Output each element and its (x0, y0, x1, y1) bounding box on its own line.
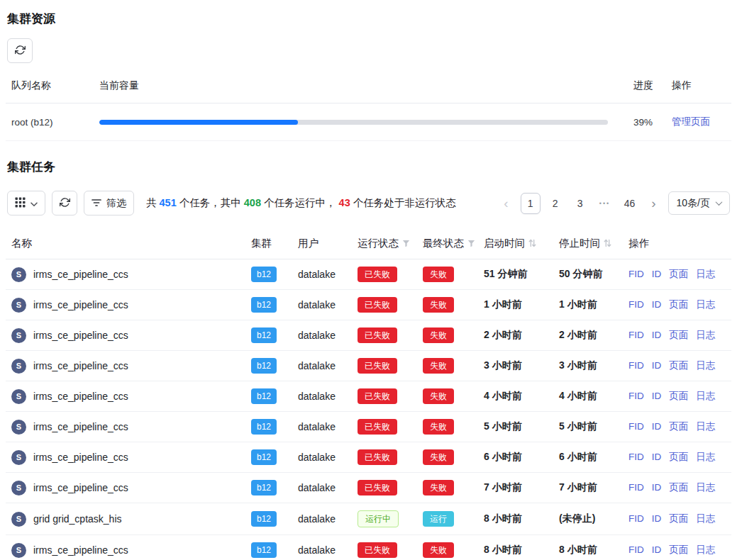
filter-button[interactable]: 筛选 (84, 191, 134, 215)
col-user: 用户 (292, 228, 352, 259)
action-link-log[interactable]: 日志 (696, 421, 715, 432)
action-link-id[interactable]: ID (652, 452, 662, 462)
action-link-page[interactable]: 页面 (669, 513, 688, 524)
sort-icon[interactable] (528, 238, 536, 250)
task-name: grid grid_cptask_his (33, 513, 122, 525)
action-link-fid[interactable]: FID (628, 452, 644, 462)
action-link-id[interactable]: ID (652, 269, 662, 279)
task-name: irms_ce_pipeline_ccs (33, 452, 128, 463)
run-status-badge: 已失败 (358, 297, 397, 313)
action-link-log[interactable]: 日志 (696, 391, 715, 401)
manage-page-link[interactable]: 管理页面 (672, 116, 710, 127)
action-link-page[interactable]: 页面 (669, 452, 688, 462)
action-link-id[interactable]: ID (652, 330, 662, 340)
run-status-badge: 已失败 (358, 449, 397, 465)
sort-icon[interactable] (604, 238, 611, 250)
action-link-log[interactable]: 日志 (696, 513, 715, 524)
action-link-fid[interactable]: FID (628, 421, 644, 432)
refresh-tasks-button[interactable] (52, 191, 77, 215)
cluster-badge: b12 (251, 511, 277, 527)
action-link-page[interactable]: 页面 (669, 391, 688, 401)
run-status-badge: 已失败 (358, 388, 397, 404)
col-cluster: 集群 (245, 228, 292, 259)
action-link-log[interactable]: 日志 (696, 269, 715, 279)
action-link-fid[interactable]: FID (628, 482, 644, 493)
action-link-page[interactable]: 页面 (669, 544, 688, 555)
run-status-badge: 运行中 (358, 510, 399, 527)
row-actions: FIDID页面日志 (623, 473, 731, 503)
stop-time: 3 小时前 (553, 351, 623, 381)
action-link-page[interactable]: 页面 (669, 330, 688, 340)
cluster-tasks-title: 集群任务 (7, 159, 731, 175)
refresh-icon (15, 45, 26, 57)
action-link-page[interactable]: 页面 (669, 482, 688, 493)
cluster-badge: b12 (251, 297, 277, 313)
action-link-page[interactable]: 页面 (669, 269, 688, 279)
cluster-badge: b12 (251, 388, 277, 404)
action-link-log[interactable]: 日志 (696, 299, 715, 310)
action-link-id[interactable]: ID (652, 544, 662, 555)
action-link-fid[interactable]: FID (628, 391, 644, 401)
action-link-log[interactable]: 日志 (696, 452, 715, 462)
final-status-badge: 失败 (423, 449, 454, 465)
action-link-log[interactable]: 日志 (696, 544, 715, 555)
row-actions: FIDID页面日志 (623, 290, 731, 320)
page-button-2[interactable]: 2 (545, 193, 565, 214)
user-cell: datalake (292, 412, 352, 442)
action-link-id[interactable]: ID (652, 421, 662, 432)
action-link-id[interactable]: ID (652, 360, 662, 371)
final-status-badge: 运行 (423, 511, 454, 527)
spark-avatar: S (11, 450, 26, 465)
page-ellipsis: ••• (595, 193, 615, 214)
resource-row: root (b12) 39% 管理页面 (6, 103, 731, 141)
running-count: 408 (244, 197, 261, 208)
failed-count: 43 (339, 197, 350, 208)
col-actions: 操作 (623, 228, 731, 259)
capacity-progress-fill (99, 120, 298, 125)
task-name: irms_ce_pipeline_ccs (33, 269, 128, 280)
start-time: 4 小时前 (478, 381, 553, 412)
start-time: 1 小时前 (478, 290, 553, 320)
action-link-fid[interactable]: FID (628, 330, 644, 340)
chevron-right-icon[interactable]: › (645, 194, 663, 213)
action-link-fid[interactable]: FID (628, 360, 644, 371)
col-run-status[interactable]: 运行状态 (352, 228, 417, 259)
filter-icon[interactable] (467, 238, 475, 250)
action-link-page[interactable]: 页面 (669, 421, 688, 432)
page-button-1[interactable]: 1 (521, 193, 541, 214)
page-size-select[interactable]: 10条/页 (668, 191, 730, 215)
action-link-id[interactable]: ID (652, 482, 662, 493)
spark-avatar: S (11, 298, 26, 313)
chevron-left-icon[interactable]: ‹ (497, 194, 516, 213)
action-link-log[interactable]: 日志 (696, 360, 715, 371)
action-link-id[interactable]: ID (652, 513, 662, 524)
task-name: irms_ce_pipeline_ccs (33, 360, 128, 371)
action-link-fid[interactable]: FID (628, 513, 644, 524)
action-link-fid[interactable]: FID (628, 544, 644, 555)
action-link-fid[interactable]: FID (628, 269, 644, 279)
action-link-page[interactable]: 页面 (669, 299, 688, 310)
user-cell: datalake (292, 290, 352, 320)
cluster-badge: b12 (251, 542, 277, 558)
action-link-id[interactable]: ID (652, 391, 662, 401)
task-name: irms_ce_pipeline_ccs (33, 544, 128, 556)
start-time: 5 小时前 (478, 412, 553, 442)
col-final-status[interactable]: 最终状态 (417, 228, 478, 259)
action-link-fid[interactable]: FID (628, 299, 644, 310)
col-start-time[interactable]: 启动时间 (478, 228, 553, 259)
page-button-3[interactable]: 3 (570, 193, 590, 214)
filter-icon[interactable] (402, 238, 410, 250)
action-link-log[interactable]: 日志 (696, 330, 715, 340)
page-button-46[interactable]: 46 (620, 193, 640, 214)
refresh-resources-button[interactable] (7, 38, 33, 63)
action-link-page[interactable]: 页面 (669, 360, 688, 371)
final-status-badge: 失败 (423, 358, 454, 374)
cluster-badge: b12 (251, 480, 277, 495)
col-stop-time[interactable]: 停止时间 (553, 228, 623, 259)
action-link-id[interactable]: ID (652, 299, 662, 310)
spark-avatar: S (11, 389, 26, 404)
cluster-badge: b12 (251, 267, 277, 282)
cluster-badge: b12 (251, 358, 277, 374)
action-link-log[interactable]: 日志 (696, 482, 715, 493)
column-config-button[interactable] (7, 191, 45, 215)
